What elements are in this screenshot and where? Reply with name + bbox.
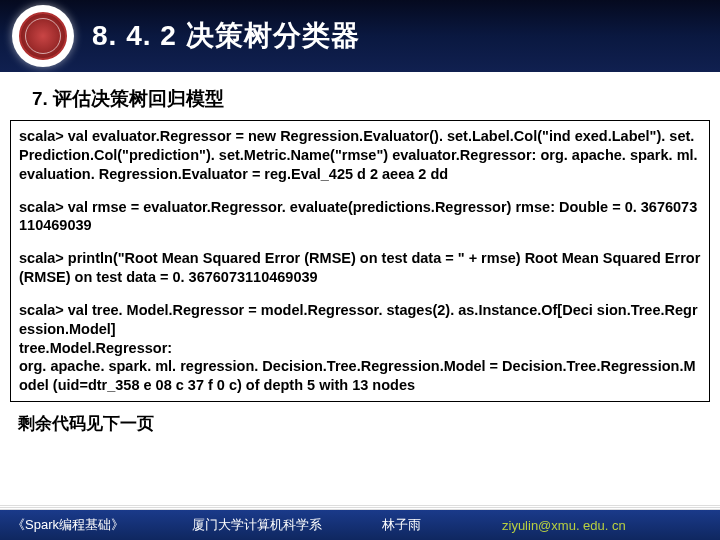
university-logo (12, 5, 74, 67)
continuation-note: 剩余代码见下一页 (18, 412, 720, 435)
footer-email: ziyulin@xmu. edu. cn (502, 518, 708, 533)
slide-header: 8. 4. 2 决策树分类器 (0, 0, 720, 72)
code-line: scala> val rmse = evaluator.Regressor. e… (19, 198, 701, 236)
slide-footer: 《Spark编程基础》 厦门大学计算机科学系 林子雨 ziyulin@xmu. … (0, 510, 720, 540)
slide-title: 8. 4. 2 决策树分类器 (92, 17, 360, 55)
code-line: scala> val evaluator.Regressor = new Reg… (19, 127, 701, 184)
code-block: scala> val evaluator.Regressor = new Reg… (10, 120, 710, 402)
section-subtitle: 7. 评估决策树回归模型 (32, 86, 720, 112)
footer-author: 林子雨 (382, 516, 502, 534)
footer-book: 《Spark编程基础》 (12, 516, 192, 534)
footer-dept: 厦门大学计算机科学系 (192, 516, 382, 534)
code-line: scala> println("Root Mean Squared Error … (19, 249, 701, 287)
code-line: scala> val tree. Model.Regressor = model… (19, 301, 701, 395)
